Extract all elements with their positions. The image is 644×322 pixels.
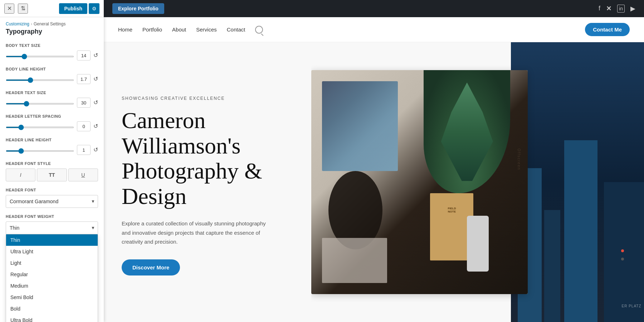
body-line-height-reset[interactable]: ↺ [93, 76, 98, 82]
body-text-size-value: 14 [77, 50, 91, 60]
customizer-panel: ✕ ⇅ Publish ⚙ Customizing › General Sett… [0, 0, 104, 322]
offscreen-label: Offscreen [517, 148, 521, 170]
header-letter-spacing-slider[interactable] [6, 127, 74, 128]
close-button[interactable]: ✕ [4, 4, 14, 14]
settings-gear-button[interactable]: ⚙ [89, 3, 99, 14]
hero-section: SHOWCASING CREATIVE EXCELLENCE Cameron W… [104, 42, 644, 322]
body-text-size-reset[interactable]: ↺ [93, 53, 98, 58]
bold-italic-style-button[interactable]: TT [37, 169, 67, 181]
body-line-height-value: 1.7 [77, 74, 91, 84]
undo-redo-button[interactable]: ⇅ [18, 4, 28, 14]
body-line-height-row: 1.7 ↺ [6, 74, 98, 84]
header-text-size-slider[interactable] [6, 103, 74, 104]
header-letter-spacing-row: 0 ↺ [6, 121, 98, 131]
city-background: ER PLATZ [511, 42, 644, 322]
body-line-height-slider[interactable] [6, 79, 74, 81]
weight-trigger-wrap: Thin ▼ Thin Ultra Light Light Regular Me… [6, 221, 98, 234]
header-letter-spacing-reset[interactable]: ↺ [93, 123, 98, 129]
monitor-screen [322, 81, 398, 171]
nav-link-home[interactable]: Home [118, 26, 132, 33]
breadcrumb-parent-link[interactable]: Customizing [6, 21, 29, 26]
phone-image [467, 216, 488, 272]
weight-option-bold[interactable]: Bold [6, 303, 98, 314]
hero-left: SHOWCASING CREATIVE EXCELLENCE Cameron W… [104, 42, 311, 322]
search-icon[interactable] [255, 26, 263, 34]
top-bar-left: ✕ ⇅ [4, 4, 28, 14]
hero-title: Cameron Williamson's Photography & Desig… [122, 108, 293, 209]
header-font-weight-label: HEADER FONT WEIGHT [6, 214, 98, 219]
nav-link-contact[interactable]: Contact [227, 26, 245, 33]
font-weight-dropdown: Thin Ultra Light Light Regular Medium Se… [6, 234, 98, 322]
breadcrumb-current: General Settings [34, 21, 65, 26]
header-font-select-wrap: Cormorant Garamond ▼ [6, 195, 98, 208]
desk-photo: FIELDNOTE Offscreen [311, 70, 528, 294]
twitter-x-icon[interactable]: ✕ [606, 5, 611, 13]
header-line-height-value: 1 [77, 145, 91, 155]
weight-option-regular[interactable]: Regular [6, 269, 98, 280]
header-letter-spacing-label: HEADER LETTER SPACING [6, 114, 98, 118]
header-font-control: HEADER FONT Cormorant Garamond ▼ [6, 188, 98, 208]
hero-image-area: ER PLATZ FIELDNOTE [311, 42, 644, 322]
header-line-height-reset[interactable]: ↺ [93, 147, 98, 153]
header-letter-spacing-control: HEADER LETTER SPACING 0 ↺ [6, 114, 98, 131]
discover-more-button[interactable]: Discover More [122, 259, 180, 275]
weight-option-semi-bold[interactable]: Semi Bold [6, 292, 98, 303]
weight-option-medium[interactable]: Medium [6, 280, 98, 292]
underline-style-button[interactable]: U [68, 169, 98, 181]
weight-option-ultra-light[interactable]: Ultra Light [6, 246, 98, 257]
hero-description: Explore a curated collection of visually… [122, 219, 272, 247]
weight-trigger-arrow-icon: ▼ [91, 225, 95, 230]
weight-option-light[interactable]: Light [6, 257, 98, 269]
top-bar: ✕ ⇅ Publish ⚙ [0, 0, 104, 17]
top-bar-right: Publish ⚙ [59, 3, 99, 14]
breadcrumb-area: Customizing › General Settings Typograph… [0, 17, 104, 38]
header-text-size-value: 30 [77, 98, 91, 108]
header-line-height-row: 1 ↺ [6, 145, 98, 155]
header-line-height-slider[interactable] [6, 150, 74, 152]
body-text-size-row: 14 ↺ [6, 50, 98, 60]
breadcrumb-separator: › [31, 21, 32, 26]
hero-subtitle: SHOWCASING CREATIVE EXCELLENCE [122, 96, 293, 101]
body-text-size-label: BODY TEXT SIZE [6, 43, 98, 48]
headphones-image [328, 171, 382, 249]
weight-option-ultra-bold[interactable]: Ultra Bold [6, 314, 98, 322]
youtube-icon[interactable]: ▶ [630, 5, 635, 13]
header-font-weight-control: HEADER FONT WEIGHT Thin ▼ Thin Ultra Lig… [6, 214, 98, 234]
header-line-height-control: HEADER LINE HEIGHT 1 ↺ [6, 138, 98, 155]
site-nav: Home Portfolio About Services Contact Co… [104, 17, 644, 42]
body-text-size-control: BODY TEXT SIZE 14 ↺ [6, 43, 98, 60]
header-text-size-control: HEADER TEXT SIZE 30 ↺ [6, 91, 98, 108]
header-font-label: HEADER FONT [6, 188, 98, 192]
font-style-group: I TT U [6, 169, 98, 181]
keyboard-image [322, 238, 387, 283]
header-font-style-label: HEADER FONT STYLE [6, 161, 98, 166]
header-line-height-label: HEADER LINE HEIGHT [6, 138, 98, 142]
italic-style-button[interactable]: I [6, 169, 35, 181]
weight-option-thin[interactable]: Thin [6, 234, 98, 246]
nav-link-portfolio[interactable]: Portfolio [142, 26, 162, 33]
er-platz-label: ER PLATZ [622, 304, 641, 308]
header-text-size-row: 30 ↺ [6, 98, 98, 108]
section-title: Typography [6, 28, 98, 35]
contact-me-button[interactable]: Contact Me [585, 23, 630, 36]
body-line-height-label: BODY LINE HEIGHT [6, 67, 98, 71]
explore-portfolio-button[interactable]: Explore Portfolio [112, 3, 164, 14]
publish-button[interactable]: Publish [59, 3, 87, 14]
header-text-size-label: HEADER TEXT SIZE [6, 91, 98, 95]
header-text-size-reset[interactable]: ↺ [93, 100, 98, 106]
body-line-height-control: BODY LINE HEIGHT 1.7 ↺ [6, 67, 98, 84]
facebook-icon[interactable]: f [599, 5, 600, 13]
preview-panel: Explore Portfolio f ✕ in ▶ Home Portfoli… [104, 0, 644, 322]
breadcrumb: Customizing › General Settings [6, 21, 98, 26]
body-text-size-slider[interactable] [6, 56, 74, 57]
panel-content: BODY TEXT SIZE 14 ↺ BODY LINE HEIGHT 1.7… [0, 38, 104, 322]
nav-link-services[interactable]: Services [196, 26, 217, 33]
nav-link-about[interactable]: About [172, 26, 186, 33]
header-letter-spacing-value: 0 [77, 121, 91, 131]
linkedin-icon[interactable]: in [617, 5, 625, 13]
header-font-select[interactable]: Cormorant Garamond [6, 195, 98, 208]
social-icons-group: f ✕ in ▶ [599, 5, 635, 13]
preview-topbar: Explore Portfolio f ✕ in ▶ [104, 0, 644, 17]
nav-links: Home Portfolio About Services Contact [118, 26, 263, 34]
font-weight-trigger[interactable]: Thin ▼ [6, 221, 98, 234]
